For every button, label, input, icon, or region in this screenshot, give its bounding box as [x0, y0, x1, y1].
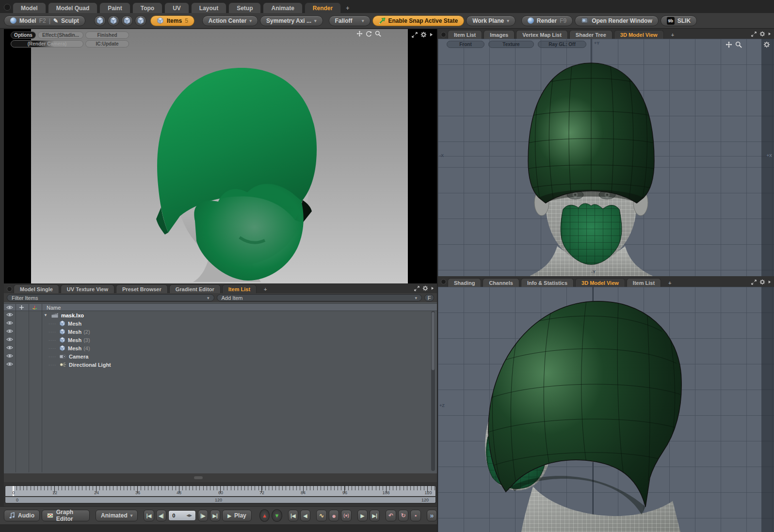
raygl-button[interactable]: Ray GL: Off	[538, 41, 586, 48]
rotate-icon[interactable]	[366, 31, 372, 37]
eye-icon[interactable]	[6, 362, 13, 366]
cycle-key-button[interactable]: ↻	[398, 510, 408, 521]
animation-curve-button[interactable]: ∿	[316, 510, 326, 521]
audio-button[interactable]: Audio	[4, 510, 40, 521]
expand-panel-icon[interactable]	[751, 31, 757, 37]
window-menu-icon[interactable]	[4, 4, 11, 11]
render-camera-button[interactable]: (Render Camera)	[11, 40, 83, 47]
jump-first-key-button[interactable]: |◀	[288, 510, 298, 521]
current-frame-field[interactable]: 0◀▶	[168, 510, 195, 521]
render-button[interactable]: Render F9	[521, 16, 573, 26]
visibility-column-eye-icon[interactable]	[6, 305, 13, 310]
edges-mode-button[interactable]	[108, 16, 119, 26]
tab-layout[interactable]: Layout	[191, 2, 226, 13]
tab-topo[interactable]: Topo	[132, 2, 162, 13]
go-to-end-button[interactable]: ▶|	[210, 510, 220, 521]
panel-flyout-icon[interactable]	[768, 32, 771, 36]
filter-f-button[interactable]: F	[424, 294, 434, 301]
tab-animate[interactable]: Animate	[263, 2, 302, 13]
tab-item-list[interactable]: Item List	[448, 30, 482, 39]
expand-viewport-icon[interactable]	[412, 32, 418, 38]
item-row-scene[interactable]: ▼ mask.lxo	[4, 311, 431, 319]
viewport-settings-gear-icon[interactable]	[420, 31, 427, 38]
item-row-camera[interactable]: ···· Camera	[4, 352, 431, 360]
tab-shader-tree[interactable]: Shader Tree	[569, 30, 613, 39]
front-view-button[interactable]: Front	[447, 41, 484, 48]
tab-channels[interactable]: Channels	[483, 278, 519, 287]
tab-paint[interactable]: Paint	[99, 2, 130, 13]
open-render-window-button[interactable]: Open Render Window	[575, 16, 659, 26]
finished-button[interactable]: Finished	[85, 31, 129, 39]
eye-icon[interactable]	[6, 337, 13, 342]
item-row-mesh[interactable]: ···· Mesh (4)	[4, 344, 431, 352]
more-options-button[interactable]: »	[427, 510, 437, 521]
viewport-settings-gear-icon[interactable]	[763, 41, 770, 48]
slik-button[interactable]: 9b SLIK	[661, 16, 697, 26]
tab-3d-model-view[interactable]: 3D Model View	[614, 30, 664, 39]
undo-key-button[interactable]: ↶	[386, 510, 396, 521]
step-back-key-button[interactable]: ◀	[300, 510, 310, 521]
tab-render[interactable]: Render	[305, 2, 341, 13]
tab-3d-model-view[interactable]: 3D Model View	[575, 278, 625, 287]
tab-preset-browser[interactable]: Preset Browser	[116, 284, 168, 293]
add-panel-tab-button[interactable]: +	[258, 285, 273, 293]
tab-images[interactable]: Images	[484, 30, 515, 39]
axis-column-icon[interactable]	[32, 305, 37, 310]
panel-flyout-icon[interactable]	[431, 286, 434, 290]
render-preview-viewport[interactable]: Options Effect:(Shadin... Finished (Rend…	[4, 29, 437, 283]
effect-shading-button[interactable]: Effect:(Shadin...	[38, 31, 83, 39]
tab-item-list[interactable]: Item List	[222, 284, 257, 293]
symmetry-axis-dropdown[interactable]: Symmetry Axi ...▾	[260, 16, 322, 26]
expand-panel-icon[interactable]	[414, 286, 419, 291]
materials-mode-button[interactable]	[135, 16, 146, 26]
expand-panel-icon[interactable]	[751, 280, 757, 285]
falloff-dropdown[interactable]: Falloff▾	[329, 16, 371, 26]
keyframe-marker-button[interactable]: (●)	[341, 510, 351, 521]
key-square-button[interactable]: ▪	[410, 510, 420, 521]
options-button[interactable]: Options	[11, 31, 36, 39]
work-plane-dropdown[interactable]: Work Plane▾	[466, 16, 516, 26]
zoom-icon[interactable]	[735, 41, 742, 48]
tab-vertex-map-list[interactable]: Vertex Map List	[516, 30, 568, 39]
animated-dropdown[interactable]: Animated ▾	[96, 510, 138, 521]
items-mode-button[interactable]: Items 5	[150, 16, 194, 26]
eye-icon[interactable]	[6, 313, 13, 317]
panel-menu-icon[interactable]	[441, 32, 446, 37]
tab-model[interactable]: Model	[13, 2, 46, 13]
go-to-start-button[interactable]: |◀	[144, 510, 154, 521]
previous-key-button[interactable]: ◀|	[156, 510, 166, 521]
panel-menu-icon[interactable]	[441, 279, 446, 284]
add-item-dropdown[interactable]: Add Item▾	[217, 294, 422, 301]
timeline-ruler[interactable]: 0 12 24 36 48 60 72 84 96 108 120	[5, 485, 436, 497]
tab-uv-texture-view[interactable]: UV Texture View	[61, 284, 114, 293]
add-panel-tab-button[interactable]: +	[665, 31, 680, 39]
tab-info-statistics[interactable]: Info & Statistics	[521, 278, 574, 287]
action-center-dropdown[interactable]: Action Center▾	[202, 16, 258, 26]
panel-gear-icon[interactable]	[759, 279, 765, 285]
vertices-mode-button[interactable]	[94, 16, 106, 26]
tab-gradient-editor[interactable]: Gradient Editor	[169, 284, 221, 293]
tab-model-single[interactable]: Model Single	[14, 284, 59, 293]
eye-icon[interactable]	[6, 345, 13, 350]
panel-menu-icon[interactable]	[7, 286, 12, 292]
panel-flyout-icon[interactable]	[768, 280, 771, 284]
graph-editor-button[interactable]: Graph Editor	[42, 510, 90, 521]
eye-icon[interactable]	[6, 321, 13, 325]
texture-button[interactable]: Texture	[488, 41, 534, 48]
add-layout-tab-button[interactable]: +	[343, 3, 352, 13]
tab-model-quad[interactable]: Model Quad	[48, 2, 98, 13]
timeline-range-bar[interactable]: 0 120 120	[5, 497, 436, 503]
next-key-button[interactable]: |▶	[198, 510, 208, 521]
render-column-icon[interactable]	[19, 305, 24, 310]
enable-snap-button[interactable]: Enable Snap Active State	[372, 16, 465, 26]
play-button[interactable]: ▶ Play	[222, 510, 251, 521]
item-list-scrollbar[interactable]	[431, 311, 435, 471]
perspective-3d-viewport[interactable]: +Z	[438, 287, 774, 532]
pan-icon[interactable]	[356, 31, 363, 37]
tab-shading[interactable]: Shading	[448, 278, 481, 287]
disclosure-triangle[interactable]: ▼	[44, 313, 48, 317]
record-button[interactable]: ●	[329, 510, 339, 521]
key-down-button[interactable]: ▼	[272, 509, 282, 522]
zoom-icon[interactable]	[375, 31, 381, 37]
pan-icon[interactable]	[726, 41, 732, 48]
